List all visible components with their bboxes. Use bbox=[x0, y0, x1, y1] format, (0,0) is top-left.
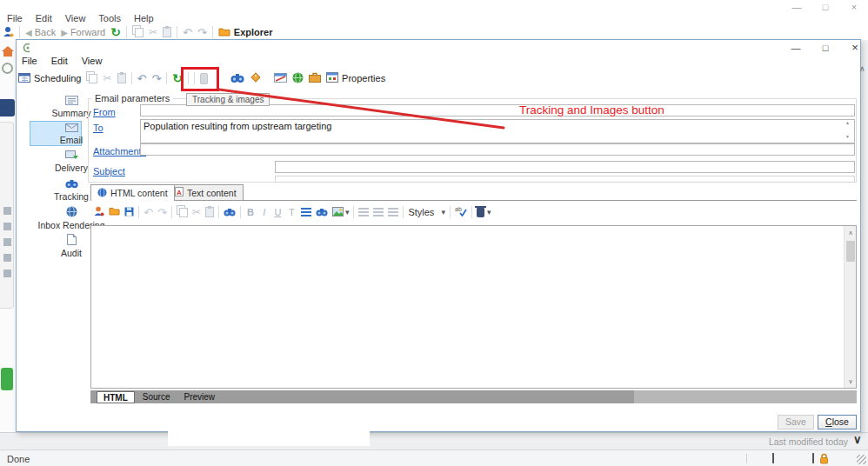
menu-file[interactable]: File bbox=[3, 11, 26, 25]
save-icon[interactable] bbox=[124, 207, 134, 218]
to-input[interactable]: Population resulting from upstream targe… bbox=[140, 119, 855, 143]
green-button-fragment[interactable] bbox=[1, 368, 13, 390]
home-icon[interactable] bbox=[2, 46, 14, 59]
from-link[interactable]: From bbox=[93, 107, 116, 117]
italic-button[interactable]: I bbox=[260, 207, 269, 217]
refresh-icon[interactable]: ↻ bbox=[110, 25, 121, 39]
scrollbar-thumb[interactable] bbox=[846, 241, 855, 262]
tracking-button[interactable] bbox=[230, 72, 244, 85]
delivery-card-icon[interactable] bbox=[274, 73, 287, 84]
insert-image-button[interactable]: ▾ bbox=[332, 207, 350, 218]
cut-icon[interactable]: ✂ bbox=[149, 26, 157, 38]
forward-arrow-icon: ▶ bbox=[61, 28, 68, 37]
close-icon[interactable]: × bbox=[845, 43, 865, 53]
menu-view[interactable]: View bbox=[78, 54, 106, 68]
scroll-up-icon[interactable]: ▲ bbox=[845, 120, 850, 125]
cut-icon[interactable]: ✂ bbox=[103, 72, 111, 84]
font-button[interactable]: T bbox=[287, 207, 297, 217]
cut-icon[interactable]: ✂ bbox=[192, 206, 201, 218]
open-icon[interactable] bbox=[109, 207, 120, 217]
close-button[interactable]: Close bbox=[818, 415, 857, 429]
html-editor-canvas[interactable] bbox=[90, 225, 857, 389]
main-window-controls: — □ × bbox=[787, 2, 864, 12]
find-icon[interactable] bbox=[224, 207, 236, 218]
scheduling-button[interactable]: Scheduling bbox=[18, 72, 81, 84]
properties-icon bbox=[326, 72, 338, 84]
align-center-icon[interactable] bbox=[373, 208, 384, 216]
underline-button[interactable]: U bbox=[273, 207, 283, 217]
panel-icon[interactable] bbox=[3, 223, 11, 230]
cleanup-dropdown-button[interactable]: ▾ bbox=[477, 208, 491, 217]
screen: { "main_window": { "menu": ["File", "Edi… bbox=[0, 0, 868, 466]
paste-icon[interactable] bbox=[117, 73, 126, 83]
editor-scrollbar[interactable]: ∧ ∨ bbox=[844, 226, 856, 388]
user-icon[interactable] bbox=[3, 26, 14, 39]
attachments-link[interactable]: Attachments bbox=[93, 146, 146, 156]
scroll-up-icon[interactable]: ∧ bbox=[859, 64, 865, 73]
back-button[interactable]: ◀ Back bbox=[25, 27, 56, 37]
link-icon[interactable] bbox=[316, 207, 328, 218]
personalization-icon[interactable] bbox=[94, 206, 104, 218]
copy-icon[interactable] bbox=[179, 208, 188, 217]
menu-file[interactable]: File bbox=[18, 54, 41, 68]
attachments-input[interactable] bbox=[140, 143, 855, 156]
scroll-down-icon[interactable]: ∨ bbox=[845, 375, 857, 388]
styles-dropdown[interactable]: Styles ▾ bbox=[408, 207, 445, 217]
undo-icon[interactable]: ↶ bbox=[144, 206, 153, 219]
scroll-up-icon[interactable]: ∧ bbox=[845, 226, 857, 239]
hscroll-track[interactable] bbox=[634, 390, 857, 403]
tab-preview[interactable]: Preview bbox=[177, 391, 221, 403]
save-button[interactable]: Save bbox=[778, 415, 814, 429]
minimize-button[interactable]: — bbox=[787, 2, 806, 12]
maximize-button[interactable]: □ bbox=[816, 43, 835, 53]
spellcheck-icon[interactable]: ab bbox=[455, 206, 467, 218]
redo-icon[interactable]: ↷ bbox=[151, 72, 161, 85]
from-input[interactable] bbox=[140, 104, 855, 116]
copy-icon[interactable] bbox=[89, 74, 97, 83]
images-tag-icon[interactable] bbox=[250, 71, 262, 85]
menu-edit[interactable]: Edit bbox=[32, 11, 56, 25]
subject-link[interactable]: Subject bbox=[93, 166, 125, 176]
menu-edit[interactable]: Edit bbox=[48, 54, 71, 68]
briefcase-icon[interactable] bbox=[309, 72, 321, 84]
paste-icon[interactable] bbox=[205, 207, 214, 217]
forward-button[interactable]: ▶ Forward bbox=[61, 27, 105, 37]
paste-icon[interactable] bbox=[163, 27, 171, 37]
close-button[interactable]: × bbox=[845, 2, 864, 12]
undo-icon[interactable]: ↶ bbox=[137, 72, 147, 85]
redo-icon[interactable]: ↷ bbox=[157, 206, 167, 219]
app-round-icon[interactable] bbox=[2, 63, 13, 76]
audit-icon bbox=[67, 236, 77, 247]
menu-view[interactable]: View bbox=[62, 11, 90, 25]
menu-help[interactable]: Help bbox=[130, 11, 157, 25]
redo-icon[interactable]: ↷ bbox=[197, 26, 207, 39]
chevron-down-icon[interactable]: ∨ bbox=[853, 433, 862, 446]
bullet-list-icon[interactable] bbox=[301, 208, 311, 216]
tab-source[interactable]: Source bbox=[137, 391, 177, 403]
explorer-button[interactable]: Explorer bbox=[218, 27, 273, 38]
dropdown-arrow-icon: ▾ bbox=[487, 208, 491, 216]
copy-icon[interactable] bbox=[135, 28, 144, 37]
panel-icon[interactable] bbox=[3, 238, 11, 246]
bold-button[interactable]: B bbox=[245, 207, 256, 217]
tab-html-content[interactable]: HTML content bbox=[90, 184, 175, 201]
subject-input[interactable] bbox=[275, 161, 855, 173]
globe-icon[interactable] bbox=[292, 72, 304, 85]
tab-html[interactable]: HTML bbox=[97, 391, 135, 403]
panel-icon[interactable] bbox=[3, 207, 11, 215]
subject-aux-strip bbox=[275, 176, 855, 183]
panel-icon[interactable] bbox=[3, 270, 11, 277]
menu-tools[interactable]: Tools bbox=[95, 11, 124, 25]
align-left-icon[interactable] bbox=[358, 208, 369, 216]
maximize-button[interactable]: □ bbox=[816, 2, 835, 12]
scroll-down-icon[interactable]: ▼ bbox=[845, 134, 850, 139]
minimize-button[interactable]: — bbox=[786, 43, 805, 53]
properties-button[interactable]: Properties bbox=[326, 72, 385, 84]
resize-grip[interactable] bbox=[857, 455, 866, 464]
align-right-icon[interactable] bbox=[388, 208, 398, 216]
nav-tab[interactable] bbox=[0, 99, 15, 116]
undo-icon[interactable]: ↶ bbox=[183, 26, 192, 39]
to-link[interactable]: To bbox=[93, 123, 103, 133]
tab-text-content[interactable]: A Text content bbox=[168, 184, 244, 200]
panel-icon[interactable] bbox=[3, 254, 11, 262]
